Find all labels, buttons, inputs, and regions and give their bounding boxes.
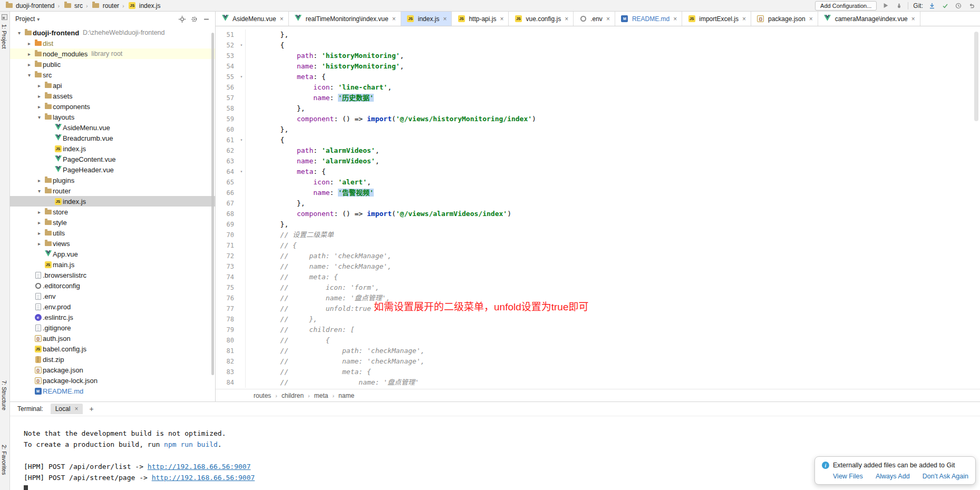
code-line[interactable]: 56 icon: 'line-chart', [216,82,980,93]
code-line[interactable]: 52▾ { [216,40,980,51]
chevron-right-icon[interactable]: ▸ [35,220,43,226]
line-number[interactable]: 53 [216,51,238,61]
line-number[interactable]: 75 [216,282,238,293]
code-line[interactable]: 59 component: () => import('@/views/hist… [216,114,980,124]
line-number[interactable]: 54 [216,61,238,72]
line-number[interactable]: 76 [216,293,238,303]
code-line[interactable]: 60 }, [216,124,980,135]
tree-item-pageheader-vue[interactable]: PageHeader.vue [10,164,215,175]
line-number[interactable]: 60 [216,124,238,135]
editor-tab-realtimemonitoring-index-vue[interactable]: realTimeMonitoring\index.vue× [289,12,401,26]
fold-marker-icon[interactable]: ▾ [238,40,246,51]
code-line[interactable]: 82 // name: 'checkManage', [216,356,980,367]
breadcrumb-item-router[interactable]: router [91,2,119,9]
notification-action-always-add[interactable]: Always Add [876,473,910,480]
code-line[interactable]: 78 // }, [216,314,980,325]
code-line[interactable]: 67 }, [216,198,980,209]
tree-item-views[interactable]: ▸views [10,238,215,249]
add-configuration-button[interactable]: Add Configuration... [815,1,877,11]
stripe-structure-tab[interactable]: 7: Structure [1,380,7,410]
line-number[interactable]: 51 [216,30,238,40]
terminal-tab-local[interactable]: Local × [51,404,83,414]
code-line[interactable]: 51 }, [216,30,980,40]
code-line[interactable]: 54 name: 'historyMonitoring', [216,61,980,72]
git-update-icon[interactable] [928,2,936,10]
code-line[interactable]: 63 name: 'alarmVideos', [216,156,980,166]
tree-item-dist[interactable]: ▸dist [10,38,215,48]
breadcrumb-item-src[interactable]: src [63,2,83,9]
chevron-down-icon[interactable]: ▾ [25,72,33,78]
chevron-down-icon[interactable]: ▾ [15,30,23,36]
chevron-right-icon[interactable]: ▸ [35,209,43,215]
code-line[interactable]: 83 // meta: { [216,367,980,377]
close-icon[interactable]: × [742,15,746,23]
tree-item-store[interactable]: ▸store [10,207,215,217]
terminal-link[interactable]: http://192.168.66.56:9007 [152,474,255,482]
code-line[interactable]: 55▾ meta: { [216,72,980,82]
tree-item-main-js[interactable]: JSmain.js [10,259,215,270]
tree-item-index-js[interactable]: JSindex.js [10,196,215,207]
code-breadcrumb-meta[interactable]: meta [314,392,328,399]
tree-item-package-lock-json[interactable]: {}package-lock.json [10,375,215,386]
code-breadcrumb-children[interactable]: children [282,392,304,399]
code-line[interactable]: 72 // path: 'checkManage', [216,251,980,261]
tree-item-assets[interactable]: ▸assets [10,91,215,101]
close-icon[interactable]: × [74,405,78,413]
code-line[interactable]: 61▾ { [216,135,980,145]
code-breadcrumb-name[interactable]: name [338,392,354,399]
tree-item-utils[interactable]: ▸utils [10,228,215,238]
code-line[interactable]: 64▾ meta: { [216,166,980,177]
line-number[interactable]: 62 [216,145,238,156]
code-line[interactable]: 81 // path: 'checkManage', [216,346,980,356]
line-number[interactable]: 71 [216,240,238,251]
line-number[interactable]: 70 [216,230,238,240]
locate-file-icon[interactable] [178,15,186,23]
fold-marker-icon[interactable]: ▾ [238,72,246,82]
editor-tab-cameramanage-index-vue[interactable]: cameraManage\index.vue× [818,12,920,26]
code-line[interactable]: 65 icon: 'alert', [216,177,980,188]
line-number[interactable]: 83 [216,367,238,377]
fold-marker-icon[interactable]: ▾ [238,135,246,145]
tool-windows-icon[interactable] [2,14,7,20]
code-line[interactable]: 66 name: '告警视频' [216,188,980,198]
tree-item-style[interactable]: ▸style [10,217,215,228]
line-number[interactable]: 69 [216,219,238,230]
code-line[interactable]: 77 // unfold:true [216,303,980,314]
git-commit-icon[interactable] [941,2,949,10]
editor-scrollbar[interactable] [974,32,978,121]
line-number[interactable]: 64 [216,166,238,177]
fold-marker-icon[interactable]: ▾ [238,166,246,177]
line-number[interactable]: 79 [216,325,238,335]
code-line[interactable]: 75 // icon: 'form', [216,282,980,293]
code-line[interactable]: 79 // children: [ [216,325,980,335]
chevron-down-icon[interactable]: ▾ [35,188,43,194]
code-line[interactable]: 73 // name: 'checkManage', [216,261,980,272]
tree-item-router[interactable]: ▾router [10,185,215,196]
tree-item-plugins[interactable]: ▸plugins [10,175,215,185]
line-number[interactable]: 63 [216,156,238,166]
line-number[interactable]: 57 [216,93,238,103]
tree-item-api[interactable]: ▸api [10,80,215,91]
code-line[interactable]: 57 name: '历史数据' [216,93,980,103]
line-number[interactable]: 77 [216,303,238,314]
close-icon[interactable]: × [500,15,503,23]
code-line[interactable]: 58 }, [216,103,980,114]
debug-icon[interactable] [895,2,903,10]
tree-item-breadcrumb-vue[interactable]: Breadcrumb.vue [10,133,215,143]
code-line[interactable]: 70 // 设置二级菜单 [216,230,980,240]
chevron-right-icon[interactable]: ▸ [35,93,43,99]
tree-item-babel-config-js[interactable]: JSbabel.config.js [10,344,215,354]
tree-item-node-modules[interactable]: ▸node_moduleslibrary root [10,48,215,59]
code-line[interactable]: 84 // name: '盘点管理' [216,377,980,388]
tree-item--eslintrc-js[interactable]: e.eslintrc.js [10,312,215,322]
editor-tab-readme-md[interactable]: MREADME.md× [615,12,682,26]
code-line[interactable]: 68 component: () => import('@/views/alar… [216,209,980,219]
tree-item-auth-json[interactable]: {}auth.json [10,333,215,344]
code-line[interactable]: 69 }, [216,219,980,230]
gear-icon[interactable] [190,15,198,23]
line-number[interactable]: 66 [216,188,238,198]
close-icon[interactable]: × [673,15,677,23]
line-number[interactable]: 52 [216,40,238,51]
line-number[interactable]: 67 [216,198,238,209]
code-line[interactable]: 80 // { [216,335,980,346]
